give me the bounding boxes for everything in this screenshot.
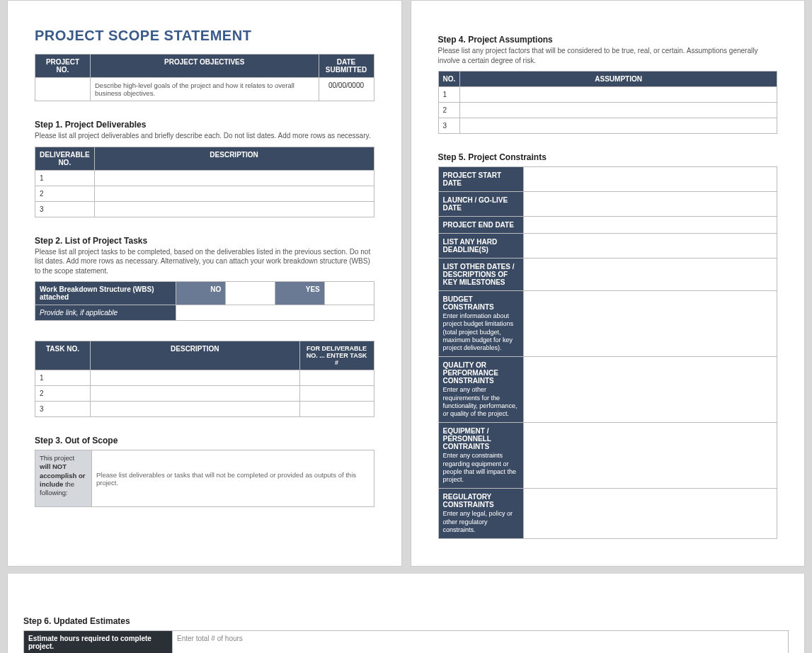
- out-of-scope-desc[interactable]: Please list deliverables or tasks that w…: [92, 450, 374, 507]
- cell-for[interactable]: [299, 402, 374, 417]
- constraint-label: QUALITY OR PERFORMANCE CONSTRAINTSEnter …: [438, 357, 523, 423]
- constraint-sub: Enter any constraints regarding equipmen…: [443, 452, 519, 484]
- document-title: PROJECT SCOPE STATEMENT: [35, 28, 374, 44]
- cell-desc[interactable]: [91, 402, 300, 417]
- step5-heading: Step 5. Project Constraints: [438, 152, 778, 162]
- step2-heading: Step 2. List of Project Tasks: [35, 236, 374, 246]
- constraint-label: REGULATORY CONSTRAINTSEnter any legal, p…: [438, 489, 523, 539]
- table-row: 2: [35, 186, 374, 201]
- cell-no[interactable]: 3: [35, 201, 95, 217]
- estimate-placeholder: Enter total # of hours: [177, 635, 243, 642]
- col-task-desc: DESCRIPTION: [91, 341, 300, 370]
- cell-no[interactable]: 1: [35, 370, 91, 386]
- constraint-label: BUDGET CONSTRAINTSEnter information abou…: [438, 291, 523, 357]
- constraint-value[interactable]: [523, 217, 777, 234]
- cell-no[interactable]: 3: [35, 402, 91, 417]
- wbs-no-cell[interactable]: [226, 282, 275, 305]
- table-row: 1: [35, 170, 374, 186]
- constraint-value[interactable]: [523, 489, 777, 539]
- constraints-table: PROJECT START DATE LAUNCH / GO-LIVE DATE…: [438, 166, 778, 539]
- cell-project-no[interactable]: [35, 78, 91, 101]
- col-deliverable-no: DELIVERABLE NO.: [35, 147, 95, 170]
- estimates-table: Estimate hours required to complete proj…: [23, 630, 789, 653]
- step4-heading: Step 4. Project Assumptions: [438, 35, 778, 45]
- cell-objectives[interactable]: Describe high-level goals of the project…: [91, 78, 319, 101]
- constraint-label-text: BUDGET CONSTRAINTS: [443, 295, 494, 311]
- col-assumption-no: NO.: [438, 72, 460, 87]
- constraint-label-text: REGULATORY CONSTRAINTS: [443, 493, 494, 509]
- cell-no[interactable]: 2: [35, 186, 95, 201]
- table-row: Describe high-level goals of the project…: [35, 78, 374, 101]
- constraint-label: PROJECT END DATE: [438, 217, 523, 234]
- table-row: 3: [438, 118, 777, 134]
- assumptions-table: NO. ASSUMPTION 1 2 3: [438, 71, 778, 134]
- constraint-value[interactable]: [523, 291, 777, 357]
- wbs-no-label: NO: [176, 282, 226, 305]
- wbs-label: Work Breakdown Structure (WBS) attached: [35, 282, 176, 305]
- table-row: 2: [35, 386, 374, 402]
- wbs-table: Work Breakdown Structure (WBS) attached …: [35, 281, 374, 321]
- step3-heading: Step 3. Out of Scope: [35, 436, 374, 445]
- cell-val[interactable]: [460, 87, 777, 103]
- step2-desc: Please list all project tasks to be comp…: [35, 247, 374, 276]
- page-2: Step 4. Project Assumptions Please list …: [411, 0, 806, 567]
- constraint-label: LIST OTHER DATES / DESCRIPTIONS OF KEY M…: [438, 259, 523, 291]
- table-row: 3: [35, 402, 374, 417]
- constraint-value[interactable]: [523, 167, 777, 192]
- cell-no[interactable]: 2: [35, 386, 91, 402]
- out-of-scope-label: This project will NOT accomplish or incl…: [35, 450, 92, 507]
- cell-no[interactable]: 3: [438, 118, 460, 134]
- constraint-label-text: EQUIPMENT / PERSONNELL CONTRAINTS: [443, 427, 491, 450]
- deliverables-table: DELIVERABLE NO. DESCRIPTION 1 2 3: [35, 147, 374, 217]
- cell-for[interactable]: [299, 386, 374, 402]
- col-for-deliverable: FOR DELIVERABLE NO. ... ENTER TASK #: [299, 341, 374, 370]
- col-date-submitted: DATE SUBMITTED: [319, 55, 374, 78]
- constraint-sub: Enter information about project budget l…: [443, 312, 519, 352]
- estimate-label: Estimate hours required to complete proj…: [24, 631, 173, 654]
- cell-for[interactable]: [299, 370, 374, 386]
- table-row: 2: [438, 103, 777, 118]
- cell-desc[interactable]: [91, 370, 300, 386]
- constraint-value[interactable]: [523, 357, 777, 423]
- constraint-value[interactable]: [523, 234, 777, 259]
- page-1: PROJECT SCOPE STATEMENT PROJECT NO. PROJ…: [7, 0, 402, 567]
- constraint-sub: Enter any other requirements for the fun…: [443, 386, 519, 418]
- wbs-yes-cell[interactable]: [324, 282, 374, 305]
- constraint-value[interactable]: [523, 259, 777, 291]
- cell-val[interactable]: [460, 103, 777, 118]
- constraint-sub: Enter any legal, policy or other regulat…: [443, 510, 519, 534]
- col-project-no: PROJECT NO.: [35, 55, 91, 78]
- cell-val[interactable]: [460, 118, 777, 134]
- constraint-value[interactable]: [523, 192, 777, 217]
- wbs-yes-label: YES: [275, 282, 324, 305]
- constraint-label: LAUNCH / GO-LIVE DATE: [438, 192, 523, 217]
- table-row: 1: [35, 370, 374, 386]
- step1-heading: Step 1. Project Deliverables: [35, 120, 374, 130]
- constraint-label-text: QUALITY OR PERFORMANCE CONSTRAINTS: [443, 361, 498, 385]
- cell-date[interactable]: 00/00/0000: [319, 78, 374, 101]
- cell-no[interactable]: 1: [438, 87, 460, 103]
- cell-desc[interactable]: [94, 170, 374, 186]
- wbs-link-cell[interactable]: [176, 305, 374, 321]
- table-row: 3: [35, 201, 374, 217]
- col-assumption: ASSUMPTION: [460, 72, 777, 87]
- constraint-value[interactable]: [523, 423, 777, 489]
- cell-no[interactable]: 1: [35, 170, 95, 186]
- col-description: DESCRIPTION: [94, 147, 374, 170]
- estimate-input[interactable]: Enter total # of hours: [173, 631, 789, 654]
- out-of-scope-table: This project will NOT accomplish or incl…: [35, 450, 374, 507]
- constraint-label: LIST ANY HARD DEADLINE(S): [438, 234, 523, 259]
- wbs-link-label: Provide link, if applicable: [35, 305, 176, 321]
- constraint-label: PROJECT START DATE: [438, 167, 523, 192]
- header-table: PROJECT NO. PROJECT OBJECTIVES DATE SUBM…: [35, 54, 374, 101]
- cell-no[interactable]: 2: [438, 103, 460, 118]
- tasks-table: TASK NO. DESCRIPTION FOR DELIVERABLE NO.…: [35, 341, 374, 417]
- step1-desc: Please list all project deliverables and…: [35, 131, 374, 141]
- cell-desc[interactable]: [94, 186, 374, 201]
- cell-desc[interactable]: [94, 201, 374, 217]
- table-row: 1: [438, 87, 777, 103]
- constraint-label: EQUIPMENT / PERSONNELL CONTRAINTSEnter a…: [438, 423, 523, 489]
- step6-heading: Step 6. Updated Estimates: [23, 616, 789, 626]
- oos-pre: This project: [40, 454, 74, 462]
- cell-desc[interactable]: [91, 386, 300, 402]
